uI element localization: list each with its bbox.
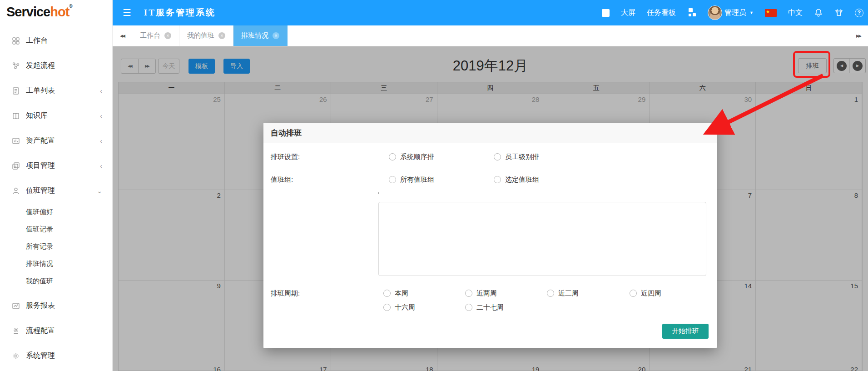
duty-management-submenu: 值班偏好 值班记录 所有记录 排班情况 我的值班 (0, 203, 112, 290)
sidebar-subitem-schedule-status[interactable]: 排班情况 (0, 255, 112, 272)
help-icon[interactable]: ? (855, 9, 863, 17)
document-list-icon (12, 87, 20, 95)
tabs-scroll-left-icon[interactable]: ◀◀ (113, 25, 132, 46)
sidebar-item-service-reports[interactable]: 服务报表 (0, 293, 112, 318)
sidebar-item-label: 资产配置 (26, 136, 55, 145)
radio-icon (389, 153, 396, 160)
servicehot-logo: Servicehot® (0, 0, 112, 25)
user-name: 管理员 (724, 8, 746, 18)
sidebar-item-system-management[interactable]: 系统管理 (0, 343, 112, 368)
tab-close-icon[interactable]: × (273, 32, 279, 39)
sidebar-item-workbench[interactable]: 工作台 (0, 28, 112, 53)
radio-sixteen-weeks[interactable]: 十六周 (383, 302, 415, 313)
radio-this-week[interactable]: 本周 (383, 288, 408, 299)
cycle-label: 排班周期: (271, 289, 300, 298)
radio-all-duty-groups[interactable]: 所有值班组 (389, 174, 434, 185)
sidebar-item-label: 工单列表 (26, 86, 55, 95)
tab-label: 排班情况 (241, 31, 268, 40)
sidebar-item-duty-management[interactable]: 值班管理 ⌄ (0, 178, 112, 203)
textarea-anchor-dot (378, 192, 379, 194)
radio-icon (383, 290, 391, 297)
caret-down-icon: ▼ (749, 10, 754, 15)
chevron-left-icon: ‹ (100, 112, 102, 120)
annotation-highlight-box (793, 51, 830, 78)
radio-four-weeks[interactable]: 近四周 (630, 288, 661, 299)
modal-title: 自动排班 (271, 128, 302, 138)
sidebar-item-start-process[interactable]: 发起流程 (0, 53, 112, 78)
user-menu[interactable]: 管理员 ▼ (708, 5, 754, 20)
sidebar-subitem-my-duty[interactable]: 我的值班 (0, 272, 112, 290)
radio-icon (465, 304, 472, 311)
big-screen-link[interactable]: 大屏 (621, 8, 635, 18)
bell-icon[interactable] (814, 8, 823, 17)
close-icon[interactable]: × (704, 128, 709, 138)
start-schedule-button[interactable]: 开始排班 (662, 324, 709, 339)
tab-close-icon[interactable]: × (164, 32, 171, 39)
chevron-left-icon: ‹ (100, 162, 102, 170)
app-header: ☰ IT服务管理系统 大屏 任务看板 管理员 ▼ ★ 中文 ? (113, 0, 868, 25)
sidebar: Servicehot® 工作台 发起流程 工单列表 ‹ 知识库 ‹ 资产配置 ‹ (0, 0, 113, 371)
radio-three-weeks[interactable]: 近三周 (547, 288, 579, 299)
radio-system-order[interactable]: 系统顺序排 (389, 151, 434, 162)
auto-schedule-modal: 自动排班 × 排班设置: 系统顺序排 员工级别排 值班组: 所有值班组 选定值班… (263, 123, 717, 348)
sidebar-item-label: 项目管理 (26, 161, 55, 170)
sidebar-item-asset-config[interactable]: 资产配置 ‹ (0, 128, 112, 153)
sidebar-subitem-duty-preference[interactable]: 值班偏好 (0, 203, 112, 221)
schedule-setting-label: 排班设置: (271, 153, 300, 161)
tab-bar: ◀◀ 工作台 × 我的值班 × 排班情况 × ▶▶ (113, 25, 868, 46)
book-icon (12, 112, 20, 120)
app-blocks-icon[interactable] (687, 8, 696, 17)
hamburger-menu-icon[interactable]: ☰ (123, 7, 131, 18)
report-chart-icon (12, 302, 20, 310)
radio-icon (494, 176, 501, 183)
main-content: ◀◀ ▶▶ 今天 模板 导入 2019年12月 排班 ◀ ▶ 一 二 三 四 五… (113, 46, 868, 371)
sidebar-item-label: 发起流程 (26, 61, 55, 70)
language-selector[interactable]: ★ (765, 9, 777, 17)
sidebar-item-label: 知识库 (26, 111, 48, 120)
sidebar-item-project-management[interactable]: 项目管理 ‹ (0, 153, 112, 178)
grid-icon (12, 37, 20, 45)
sidebar-menu: 工作台 发起流程 工单列表 ‹ 知识库 ‹ 资产配置 ‹ 项目管理 ‹ (0, 25, 112, 368)
logo-text-service: Service (6, 5, 50, 20)
fullscreen-square-icon[interactable] (602, 9, 610, 17)
sidebar-item-ticket-list[interactable]: 工单列表 ‹ (0, 78, 112, 103)
app-title: IT服务管理系统 (144, 7, 216, 19)
chevron-left-icon: ‹ (100, 137, 102, 145)
sidebar-item-knowledge-base[interactable]: 知识库 ‹ (0, 103, 112, 128)
modal-header: 自动排班 × (263, 123, 717, 143)
language-label[interactable]: 中文 (788, 8, 803, 18)
task-board-link[interactable]: 任务看板 (647, 8, 676, 18)
tab-label: 我的值班 (187, 31, 214, 40)
chevron-down-icon: ⌄ (97, 187, 102, 195)
bar-chart-icon (12, 137, 20, 145)
layered-docs-icon (12, 162, 20, 170)
sidebar-subitem-all-records[interactable]: 所有记录 (0, 238, 112, 255)
tshirt-icon[interactable] (834, 8, 843, 17)
radio-employee-level[interactable]: 员工级别排 (494, 151, 539, 162)
tab-workbench[interactable]: 工作台 × (132, 25, 179, 46)
radio-two-weeks[interactable]: 近两周 (465, 288, 497, 299)
sidebar-item-label: 系统管理 (26, 351, 55, 361)
registered-mark: ® (69, 4, 72, 9)
radio-icon (465, 290, 472, 297)
sidebar-item-label: 服务报表 (26, 301, 55, 311)
sidebar-subitem-duty-records[interactable]: 值班记录 (0, 221, 112, 238)
chevron-left-icon: ‹ (100, 87, 102, 95)
gear-icon (12, 352, 20, 360)
tab-close-icon[interactable]: × (218, 32, 225, 39)
radio-icon (494, 153, 501, 160)
duty-group-select-textarea[interactable] (378, 202, 706, 276)
avatar (708, 5, 722, 20)
radio-icon (389, 176, 396, 183)
tab-label: 工作台 (140, 31, 160, 40)
logo-text-hot: hot (50, 5, 69, 20)
sidebar-item-process-config[interactable]: 流程配置 (0, 318, 112, 343)
tab-my-duty[interactable]: 我的值班 × (179, 25, 233, 46)
radio-icon (630, 290, 637, 297)
person-icon (12, 187, 20, 195)
radio-twentyseven-weeks[interactable]: 二十七周 (465, 302, 504, 313)
tab-schedule-status[interactable]: 排班情况 × (233, 25, 288, 46)
tabs-scroll-right-icon[interactable]: ▶▶ (849, 25, 868, 46)
radio-icon (547, 290, 554, 297)
radio-selected-duty-groups[interactable]: 选定值班组 (494, 174, 539, 185)
